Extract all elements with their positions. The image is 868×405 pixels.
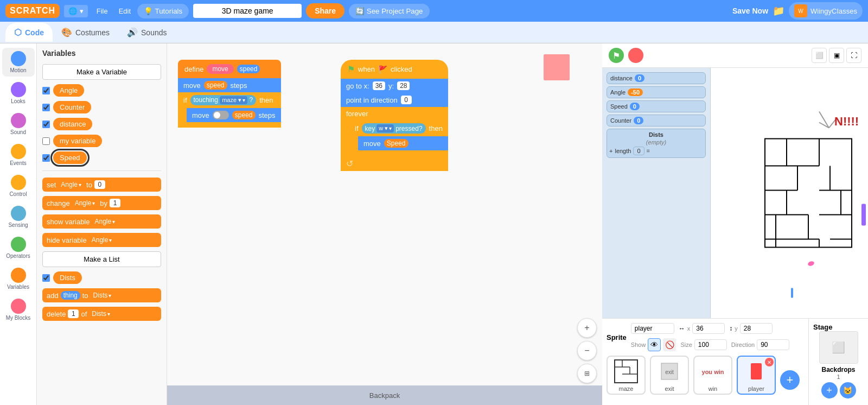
folder-icon[interactable]: 📁 bbox=[773, 5, 784, 17]
tab-sounds[interactable]: 🔊 Sounds bbox=[118, 23, 175, 42]
add-list-dropdown[interactable]: Dists bbox=[91, 291, 114, 300]
inner-move-block[interactable]: move speed steps bbox=[187, 108, 281, 122]
category-sound[interactable]: Sound bbox=[2, 110, 35, 138]
sprite-y-input[interactable] bbox=[740, 323, 773, 334]
change-var-dropdown[interactable]: Angle bbox=[72, 199, 98, 207]
category-looks[interactable]: Looks bbox=[2, 79, 35, 107]
dists-pill[interactable]: Dists bbox=[53, 271, 82, 284]
direction-input[interactable] bbox=[757, 339, 789, 350]
sprite-x-input[interactable] bbox=[692, 323, 725, 334]
zoom-in-button[interactable]: + bbox=[577, 318, 597, 338]
sprite-thumb-player[interactable]: ✕ player bbox=[737, 356, 776, 395]
add-sprite-button[interactable]: + bbox=[780, 370, 800, 390]
cat-sprite-button[interactable]: 🐱 bbox=[840, 382, 856, 398]
direction-input[interactable]: 0 bbox=[401, 96, 412, 104]
edit-menu[interactable]: Edit bbox=[114, 4, 135, 18]
add-backdrop-button[interactable]: + bbox=[821, 382, 838, 398]
toggle-switch[interactable] bbox=[213, 111, 229, 119]
goto-y[interactable]: 28 bbox=[397, 81, 410, 90]
change-value-input[interactable]: 1 bbox=[110, 199, 120, 207]
category-myblocks[interactable]: My Blocks bbox=[2, 295, 35, 324]
hide-button[interactable]: 🚫 bbox=[663, 338, 676, 351]
var-checkbox-distance[interactable] bbox=[42, 121, 50, 128]
tab-code[interactable]: ⬡ Code bbox=[5, 23, 53, 42]
tab-costumes[interactable]: 🎨 Costumes bbox=[53, 23, 118, 42]
if-key-bottom bbox=[349, 150, 448, 156]
see-project-button[interactable]: 🔄 See Project Page bbox=[349, 4, 429, 18]
project-name-input[interactable] bbox=[193, 4, 302, 18]
var-checkbox-counter[interactable] bbox=[42, 104, 50, 111]
category-sensing[interactable]: Sensing bbox=[2, 202, 35, 231]
fullscreen-button[interactable]: ⛶ bbox=[846, 48, 861, 63]
var-pill-counter[interactable]: Counter bbox=[53, 101, 91, 113]
var-pill-distance[interactable]: distance bbox=[53, 118, 92, 130]
backpack-bar[interactable]: Backpack bbox=[167, 385, 602, 405]
green-flag-button[interactable]: ⚑ bbox=[609, 48, 624, 63]
if-block[interactable]: if touching maze ▾ ? then move speed ste… bbox=[178, 92, 281, 128]
sprite-name-input[interactable] bbox=[631, 323, 674, 334]
move-speed-block[interactable]: move speed steps bbox=[178, 78, 281, 92]
var-checkbox-angle[interactable] bbox=[42, 87, 50, 94]
var-pill-angle[interactable]: Angle bbox=[53, 84, 84, 97]
backdrop-thumbnail[interactable]: ⬜ bbox=[819, 331, 858, 364]
hide-var-dropdown[interactable]: Angle bbox=[89, 236, 115, 244]
category-operators[interactable]: Operators bbox=[2, 233, 35, 262]
delete-from-list-block[interactable]: delete 1 of Dists bbox=[42, 307, 161, 321]
make-list-button[interactable]: Make a List bbox=[42, 251, 161, 267]
user-area[interactable]: W WiingyCIasses bbox=[789, 2, 863, 20]
define-block[interactable]: define move speed bbox=[178, 60, 281, 78]
small-stage-button[interactable]: ⬜ bbox=[812, 48, 827, 63]
goto-block[interactable]: go to x: 36 y: 28 bbox=[341, 79, 448, 93]
add-to-list-block[interactable]: add thing to Dists bbox=[42, 288, 161, 302]
tutorials-button[interactable]: 💡 Tutorials bbox=[137, 4, 189, 18]
make-variable-button[interactable]: Make a Variable bbox=[42, 64, 161, 80]
save-now-button[interactable]: Save Now bbox=[732, 7, 768, 15]
sprite-thumb-maze[interactable]: maze bbox=[607, 356, 646, 395]
change-block[interactable]: change Angle by 1 bbox=[42, 196, 161, 210]
show-variable-block[interactable]: show variable Angle bbox=[42, 214, 161, 229]
var-checkbox-speed[interactable] bbox=[42, 154, 50, 162]
show-var-dropdown[interactable]: Angle bbox=[92, 217, 118, 226]
var-pill-speed[interactable]: Speed bbox=[53, 151, 87, 164]
normal-stage-button[interactable]: ▣ bbox=[829, 48, 844, 63]
goto-x[interactable]: 36 bbox=[373, 81, 385, 90]
move-speed-inner[interactable]: move Speed bbox=[358, 136, 448, 150]
category-events[interactable]: Events bbox=[2, 141, 35, 169]
zoom-fit-button[interactable]: ⊞ bbox=[577, 364, 597, 383]
set-var-dropdown[interactable]: Angle bbox=[58, 180, 84, 189]
stop-button[interactable] bbox=[628, 48, 643, 63]
var-checkbox-myvariable[interactable] bbox=[42, 137, 50, 145]
set-value-input[interactable]: 0 bbox=[94, 180, 105, 189]
right-panel: ⚑ ⬜ ▣ ⛶ distance 0 Angle -50 bbox=[602, 43, 868, 405]
size-input[interactable] bbox=[694, 339, 727, 350]
svg-text:N!!!!: N!!!! bbox=[834, 115, 859, 128]
file-menu[interactable]: File bbox=[92, 4, 112, 18]
delete-player-button[interactable]: ✕ bbox=[765, 358, 774, 366]
var-monitor-area: distance 0 Angle -50 Speed 0 Counter 0 bbox=[602, 68, 711, 318]
key-dropdown[interactable]: w ▾ bbox=[376, 124, 394, 132]
dists-checkbox[interactable] bbox=[42, 274, 50, 282]
globe-button[interactable]: 🌐 ▾ bbox=[64, 5, 88, 17]
point-direction-block[interactable]: point in direction 0 bbox=[341, 93, 448, 107]
show-button[interactable]: 👁 bbox=[648, 338, 661, 351]
hide-variable-block[interactable]: hide variable Angle bbox=[42, 233, 161, 247]
category-motion[interactable]: Motion bbox=[2, 48, 35, 77]
sprite-thumb-win[interactable]: you win win bbox=[693, 356, 732, 395]
category-control[interactable]: Control bbox=[2, 172, 35, 200]
category-motion-label: Motion bbox=[10, 67, 26, 73]
set-block[interactable]: set Angle to 0 bbox=[42, 178, 161, 192]
nav-menu: File Edit 💡 Tutorials bbox=[92, 4, 189, 18]
var-row-counter: Counter bbox=[42, 101, 161, 113]
var-pill-myvariable[interactable]: my variable bbox=[53, 135, 102, 147]
script-canvas[interactable]: define move speed move speed steps if to… bbox=[167, 43, 602, 405]
category-variables[interactable]: Variables bbox=[2, 264, 35, 293]
dists-length-value: 0 bbox=[633, 147, 644, 155]
delete-list-dropdown[interactable]: Dists bbox=[89, 309, 113, 318]
zoom-out-button[interactable]: − bbox=[577, 341, 597, 360]
sprite-thumb-exit[interactable]: exit exit bbox=[650, 356, 689, 395]
add-item-input[interactable]: thing bbox=[61, 291, 80, 300]
when-flag-clicked[interactable]: ⚑ when 🚩 clicked bbox=[341, 60, 448, 79]
code-icon: ⬡ bbox=[14, 27, 22, 37]
delete-index-input[interactable]: 1 bbox=[68, 309, 79, 318]
share-button[interactable]: Share bbox=[306, 3, 344, 18]
